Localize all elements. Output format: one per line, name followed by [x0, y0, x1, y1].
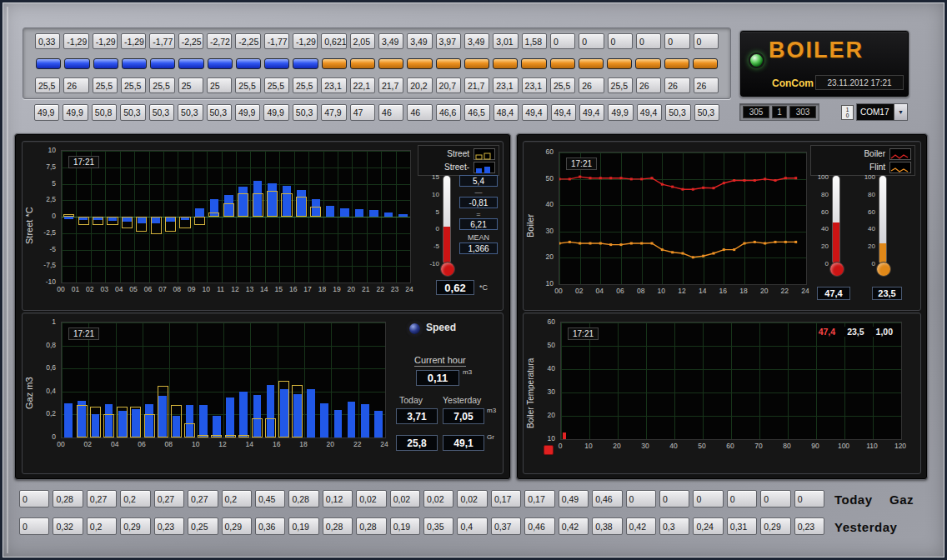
flint-value-cell: 25,5: [149, 78, 174, 93]
gaz-bar: [320, 403, 328, 438]
gridline-h: [62, 168, 410, 168]
gaz-ref-bar: [77, 405, 88, 438]
gridline-v: [62, 322, 63, 438]
boiler-thermo1-scale: 100806040200: [810, 177, 829, 263]
boiler-value-cell: 49,4: [551, 104, 576, 121]
flint-value-cell: 26: [63, 78, 88, 93]
gridline-h: [62, 346, 385, 347]
gaz-bar: [334, 410, 343, 438]
thermo-scale-label: 20: [857, 242, 875, 251]
hourly-readout-panel: 0,33-1,29-1,29-1,29-1,77-2,25-2,72-2,25-…: [23, 28, 731, 99]
flint-value-cell: 25,5: [264, 78, 289, 93]
street-value-cell: -2,25: [235, 33, 260, 49]
y-tick-label: 5: [33, 179, 56, 188]
gaz-today-cell: 0,46: [592, 490, 622, 508]
x-tick-label: 0: [552, 442, 569, 450]
street-ref-bar: [93, 217, 103, 225]
x-tick-label: 04: [107, 440, 123, 448]
gridline-h: [561, 439, 901, 440]
flint-line-icon: [889, 162, 911, 173]
gridline-v: [901, 322, 902, 439]
gridline-v: [646, 322, 647, 439]
gaz-yesterday-cell: 0,42: [559, 518, 589, 535]
gridline-v: [788, 322, 789, 439]
gaz-today-row: 00,280,270,20,270,270,20,450,280,120,020…: [19, 490, 824, 508]
x-tick-label: 120: [892, 442, 909, 450]
legend-row: Street-: [422, 162, 495, 172]
power-led-icon: [749, 52, 764, 68]
hour-led-orange: [635, 58, 660, 69]
y-tick-label: 10: [33, 146, 56, 154]
boiler-value-cell: 46: [378, 104, 403, 121]
brand-panel: BOILER ConCom 23.11.2012 17:21: [739, 30, 909, 98]
x-tick-label: 00: [550, 287, 567, 295]
gaz-bar: [199, 405, 208, 438]
hour-led-orange: [579, 58, 604, 69]
x-tick-label: 70: [750, 442, 767, 450]
x-tick-label: 04: [591, 287, 608, 295]
street-value-cell: 3,01: [493, 33, 518, 49]
boiler-y-axis: 605040302010: [534, 152, 555, 283]
legend-row: Boiler: [814, 148, 911, 159]
boiler-value-cell: 49,9: [63, 104, 88, 121]
gaz-time-chip: 17:21: [68, 328, 99, 340]
x-tick-label: 50: [694, 442, 710, 450]
street-ref-bar: [165, 217, 176, 232]
gaz-yesterday-cell: 0,4: [457, 518, 487, 535]
m3-unit-label: m3: [487, 407, 496, 414]
flint-value-cell: 26: [636, 78, 661, 93]
hour-led-orange: [664, 58, 689, 69]
gaz-today-cell: 0,49: [559, 490, 589, 508]
dropdown-arrow-icon[interactable]: ▼: [894, 104, 907, 120]
speed-led[interactable]: [408, 322, 422, 336]
street-bar: [340, 208, 348, 217]
street-plot: 17:21: [61, 150, 411, 283]
gaz-yesterday-cell: 0,29: [222, 518, 252, 535]
hour-led-orange: [322, 58, 347, 69]
street-x-axis: 0001020304050607080910111213141516171819…: [61, 285, 409, 295]
boiler-value-cell: 47,9: [321, 104, 346, 121]
hour-led-blue: [264, 58, 289, 69]
gridline-h: [559, 284, 806, 285]
gaz-yesterday-cell: 0,25: [188, 518, 218, 535]
hour-led-blue: [150, 58, 175, 69]
y-tick-label: 30: [534, 388, 555, 396]
thermo-scale-label: 60: [857, 208, 875, 217]
y-tick-label: -2,5: [33, 228, 56, 237]
comm-counter-tx: 305: [743, 106, 769, 118]
thermo-scale-label: 40: [857, 225, 875, 233]
hour-led-orange: [693, 58, 718, 69]
gridline-h: [561, 416, 901, 417]
street-thermometer: [443, 175, 451, 265]
hour-led-orange: [464, 58, 489, 69]
y-tick-label: -7,5: [33, 261, 56, 269]
hour-led-orange: [521, 58, 546, 69]
gridline-h: [62, 151, 410, 152]
m3-unit-label: m3: [463, 368, 472, 376]
boiler-value-cell: 50,3: [178, 104, 203, 121]
gaz-bar: [213, 416, 221, 438]
com-port-select[interactable]: COM17 ▼: [856, 103, 908, 121]
x-tick-label: 08: [633, 287, 649, 295]
gridline-v: [844, 322, 845, 439]
thermo-scale-label: -10: [419, 260, 439, 268]
hour-led-blue: [122, 58, 147, 69]
x-tick-label: 60: [722, 442, 739, 450]
boiler-time-chip: 17:21: [566, 158, 597, 170]
gaz-yesterday-total: 7,05: [443, 408, 484, 424]
x-tick-label: 02: [571, 287, 588, 295]
hour-led-orange: [378, 58, 403, 69]
gridline-h: [62, 250, 410, 251]
gridline-v: [759, 322, 760, 439]
gaz-ref-bar: [292, 385, 303, 438]
hour-led-blue: [293, 58, 318, 69]
street-value-cell: 3,49: [407, 33, 432, 49]
hour-led-orange: [607, 58, 632, 69]
street-unit-label: *C: [479, 283, 488, 292]
btemp-plot: 17:21 47,4 23,5 1,00: [560, 322, 902, 440]
gaz-bar: [239, 392, 248, 438]
gaz-ref-bar: [184, 423, 195, 438]
boiler-value-cell: 50,3: [694, 104, 719, 121]
street-thermo-bulb: [440, 262, 455, 277]
street-min-readout: -0,81: [459, 197, 498, 208]
